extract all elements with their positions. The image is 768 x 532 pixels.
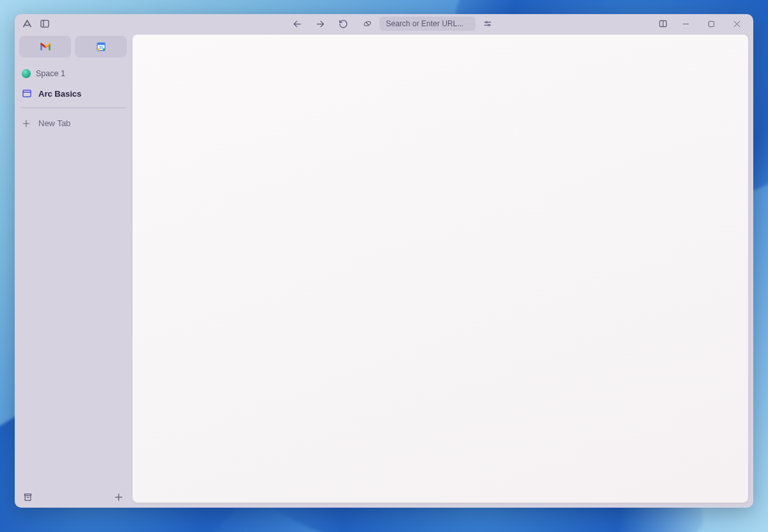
pinned-tile-gmail[interactable] bbox=[19, 36, 71, 58]
site-info-icon[interactable] bbox=[362, 18, 373, 29]
titlebar-center bbox=[131, 17, 653, 31]
footer-plus-icon[interactable] bbox=[113, 491, 124, 503]
titlebar bbox=[15, 14, 753, 33]
titlebar-left bbox=[19, 18, 131, 29]
split-view-icon[interactable] bbox=[653, 15, 673, 33]
gmail-icon bbox=[40, 42, 51, 51]
plus-icon bbox=[22, 119, 31, 128]
archive-icon[interactable] bbox=[22, 491, 33, 503]
close-button[interactable] bbox=[724, 15, 749, 33]
new-tab-label: New Tab bbox=[38, 118, 70, 128]
space-color-icon bbox=[22, 69, 31, 78]
tab-arc-basics[interactable]: Arc Basics bbox=[19, 85, 127, 102]
body-area: 31 Space 1 Arc Basics bbox=[15, 33, 753, 508]
url-input[interactable] bbox=[386, 19, 463, 28]
space-label: Space 1 bbox=[36, 69, 65, 78]
svg-rect-20 bbox=[23, 90, 31, 97]
svg-point-7 bbox=[486, 22, 487, 23]
back-button[interactable] bbox=[291, 18, 303, 29]
nav-group bbox=[291, 18, 349, 29]
reload-button[interactable] bbox=[337, 18, 349, 29]
browser-page-icon bbox=[22, 88, 32, 99]
svg-rect-0 bbox=[41, 20, 49, 28]
toggle-sidebar-icon[interactable] bbox=[39, 18, 51, 29]
forward-button[interactable] bbox=[314, 18, 326, 29]
tab-label: Arc Basics bbox=[38, 89, 81, 99]
svg-text:31: 31 bbox=[99, 45, 103, 49]
sidebar-divider bbox=[20, 108, 125, 108]
space-selector[interactable]: Space 1 bbox=[19, 67, 127, 81]
settings-sliders-icon[interactable] bbox=[482, 18, 493, 29]
pinned-row: 31 bbox=[19, 36, 127, 58]
svg-rect-12 bbox=[708, 21, 714, 26]
sidebar: 31 Space 1 Arc Basics bbox=[15, 33, 131, 508]
browser-window: 31 Space 1 Arc Basics bbox=[15, 14, 753, 508]
minimize-button[interactable] bbox=[673, 15, 698, 33]
svg-rect-16 bbox=[97, 43, 105, 45]
window-controls bbox=[653, 15, 749, 33]
new-tab-button[interactable]: New Tab bbox=[19, 115, 127, 132]
url-bar[interactable] bbox=[380, 17, 476, 31]
arc-menu-icon[interactable] bbox=[21, 18, 33, 29]
maximize-button[interactable] bbox=[698, 15, 724, 33]
pinned-tile-calendar[interactable]: 31 bbox=[75, 36, 127, 58]
sidebar-footer bbox=[19, 488, 127, 504]
calendar-icon: 31 bbox=[96, 42, 106, 52]
page-content[interactable] bbox=[132, 35, 748, 503]
svg-point-8 bbox=[488, 24, 490, 26]
